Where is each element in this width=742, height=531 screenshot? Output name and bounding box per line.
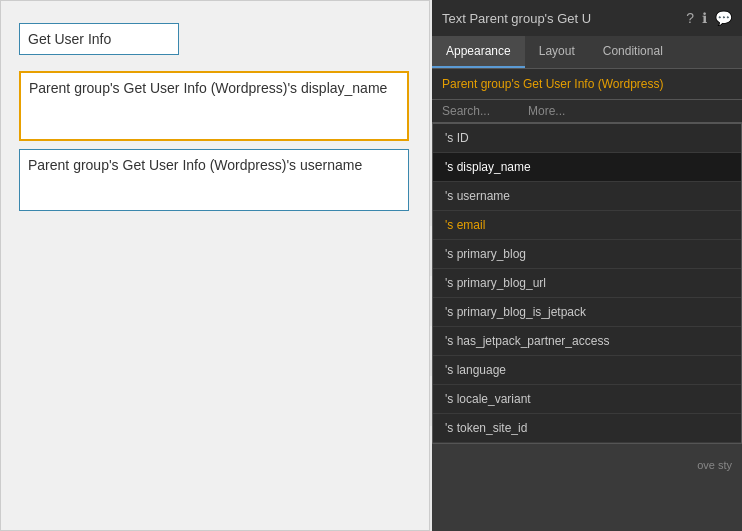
tab-appearance[interactable]: Appearance	[432, 36, 525, 68]
dropdown-item-4[interactable]: 's primary_blog	[433, 240, 741, 269]
canvas-element-el3[interactable]: Parent group's Get User Info (Wordpress)…	[19, 149, 409, 211]
dropdown-item-9[interactable]: 's locale_variant	[433, 385, 741, 414]
move-style-label: ove sty	[697, 459, 732, 471]
dropdown-item-3[interactable]: 's email	[433, 211, 741, 240]
search-row: More...	[432, 100, 742, 123]
dropdown-item-0[interactable]: 's ID	[433, 124, 741, 153]
element-text-el1: Get User Info	[20, 24, 178, 54]
panel-icons: ? ℹ 💬	[686, 10, 732, 26]
dropdown-item-2[interactable]: 's username	[433, 182, 741, 211]
search-input[interactable]	[442, 104, 522, 118]
element-text-el2: Parent group's Get User Info (Wordpress)…	[21, 73, 407, 103]
tab-layout[interactable]: Layout	[525, 36, 589, 68]
panel-tabs: AppearanceLayoutConditional	[432, 36, 742, 69]
element-text-el3: Parent group's Get User Info (Wordpress)…	[20, 150, 408, 180]
canvas-element-el1[interactable]: Get User Info	[19, 23, 179, 55]
info-icon[interactable]: ℹ	[702, 10, 707, 26]
dropdown-list: 's ID's display_name's username's email'…	[432, 123, 742, 444]
dropdown-item-8[interactable]: 's language	[433, 356, 741, 385]
right-panel: Text Parent group's Get U ? ℹ 💬 Appearan…	[432, 0, 742, 531]
panel-body: Parent group's Get User Info (Wordpress)…	[432, 69, 742, 531]
help-icon[interactable]: ?	[686, 10, 694, 26]
panel-header: Text Parent group's Get U ? ℹ 💬	[432, 0, 742, 36]
dropdown-item-10[interactable]: 's token_site_id	[433, 414, 741, 443]
panel-title: Text Parent group's Get U	[442, 11, 591, 26]
dropdown-item-7[interactable]: 's has_jetpack_partner_access	[433, 327, 741, 356]
dropdown-item-1[interactable]: 's display_name	[433, 153, 741, 182]
canvas-element-el2[interactable]: Parent group's Get User Info (Wordpress)…	[19, 71, 409, 141]
tab-conditional[interactable]: Conditional	[589, 36, 677, 68]
more-link[interactable]: More...	[528, 104, 565, 118]
canvas-area: Get User InfoParent group's Get User Inf…	[0, 0, 430, 531]
dropdown-trigger[interactable]: Parent group's Get User Info (Wordpress)	[432, 69, 742, 100]
dropdown-item-6[interactable]: 's primary_blog_is_jetpack	[433, 298, 741, 327]
chat-icon[interactable]: 💬	[715, 10, 732, 26]
dropdown-container: Parent group's Get User Info (Wordpress)…	[432, 69, 742, 123]
dropdown-item-5[interactable]: 's primary_blog_url	[433, 269, 741, 298]
